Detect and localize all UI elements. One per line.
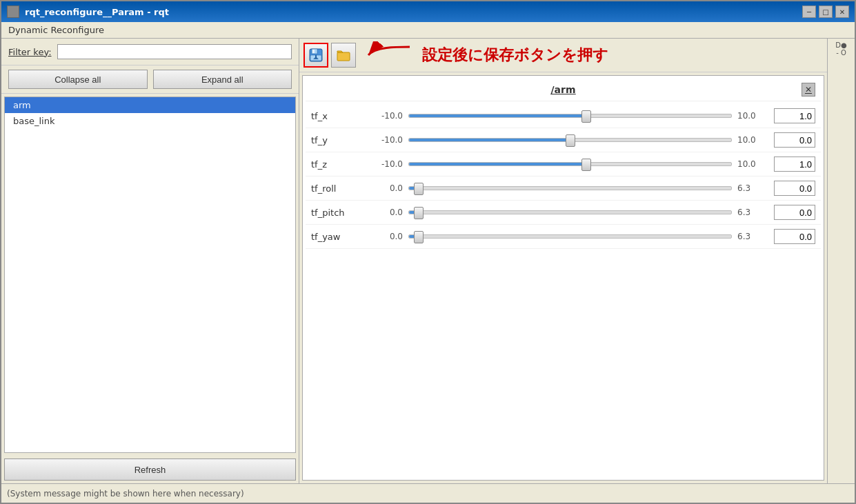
param-slider-tf_yaw[interactable] xyxy=(408,230,732,243)
param-min-tf_z: -10.0 xyxy=(372,159,403,169)
filter-label: Filter key: xyxy=(8,47,52,57)
menu-dynamic-reconfigure[interactable]: Dynamic Reconfigure xyxy=(4,23,108,37)
param-min-tf_yaw: 0.0 xyxy=(372,232,403,241)
param-min-tf_roll: 0.0 xyxy=(372,183,403,193)
save-icon xyxy=(308,48,324,63)
collapse-all-button[interactable]: Collapse all xyxy=(8,70,148,89)
param-label-tf_roll: tf_roll xyxy=(311,183,366,194)
param-value-tf_y[interactable] xyxy=(774,132,815,148)
slider-fill-tf_z xyxy=(409,163,586,165)
slider-thumb-tf_roll[interactable] xyxy=(414,183,424,195)
left-panel: Filter key: Collapse all Expand all arm … xyxy=(1,39,299,483)
refresh-button[interactable]: Refresh xyxy=(4,458,296,481)
slider-track-tf_roll xyxy=(408,186,732,190)
param-panel-title: /arm ✕ xyxy=(306,79,821,101)
slider-thumb-tf_x[interactable] xyxy=(581,110,591,123)
param-max-tf_roll: 6.3 xyxy=(737,183,768,193)
param-max-tf_z: 10.0 xyxy=(737,159,768,169)
node-item-base-link[interactable]: base_link xyxy=(5,113,295,129)
filter-input[interactable] xyxy=(57,44,292,59)
annotation-arrow-svg xyxy=(361,41,417,69)
collapse-expand-row: Collapse all Expand all xyxy=(1,65,299,94)
main-window: rqt_reconfigure__Param - rqt ─ □ ✕ Dynam… xyxy=(0,0,856,504)
param-label-tf_x: tf_x xyxy=(311,111,366,121)
titlebar-left: rqt_reconfigure__Param - rqt xyxy=(7,6,169,18)
node-item-arm[interactable]: arm xyxy=(5,97,295,113)
dock-label2: - O xyxy=(836,49,846,57)
param-min-tf_y: -10.0 xyxy=(372,135,403,145)
param-close-button[interactable]: ✕ xyxy=(802,83,815,97)
param-row-tf_yaw: tf_yaw 0.0 6.3 xyxy=(306,225,821,249)
slider-thumb-tf_pitch[interactable] xyxy=(414,207,424,219)
minimize-button[interactable]: ─ xyxy=(802,6,816,18)
param-label-tf_z: tf_z xyxy=(311,159,366,170)
filter-row: Filter key: xyxy=(1,39,299,65)
param-slider-tf_x[interactable] xyxy=(408,109,732,123)
param-row-tf_pitch: tf_pitch 0.0 6.3 xyxy=(306,201,821,225)
status-message: (System message might be shown here when… xyxy=(7,489,244,498)
right-dock: D● - O xyxy=(827,39,855,483)
param-title-text: /arm xyxy=(550,84,575,95)
folder-icon xyxy=(336,48,351,63)
slider-fill-tf_y xyxy=(409,139,570,141)
save-button[interactable] xyxy=(303,43,328,68)
right-panel: 設定後に保存ボタンを押す /arm ✕ tf_x -10.0 xyxy=(299,39,827,483)
slider-track-tf_pitch xyxy=(408,210,732,214)
titlebar: rqt_reconfigure__Param - rqt ─ □ ✕ xyxy=(1,1,855,22)
slider-track-tf_x xyxy=(408,114,732,118)
param-max-tf_y: 10.0 xyxy=(737,135,768,145)
param-max-tf_x: 10.0 xyxy=(737,111,768,121)
slider-track-tf_z xyxy=(408,162,732,166)
slider-thumb-tf_y[interactable] xyxy=(566,134,575,147)
param-row-tf_y: tf_y -10.0 10.0 xyxy=(306,128,821,152)
param-slider-tf_pitch[interactable] xyxy=(408,205,732,219)
slider-thumb-tf_yaw[interactable] xyxy=(414,231,424,243)
param-value-tf_pitch[interactable] xyxy=(774,205,815,220)
svg-rect-2 xyxy=(312,50,315,53)
annotation: 設定後に保存ボタンを押す xyxy=(361,41,608,69)
load-button[interactable] xyxy=(331,43,356,68)
param-min-tf_x: -10.0 xyxy=(372,111,403,121)
menubar: Dynamic Reconfigure xyxy=(1,22,855,39)
slider-track-tf_yaw xyxy=(408,234,732,239)
node-list: arm base_link xyxy=(4,97,296,453)
svg-rect-5 xyxy=(315,55,317,58)
param-slider-tf_roll[interactable] xyxy=(408,181,732,195)
dock-label1: D● xyxy=(835,41,846,49)
window-title: rqt_reconfigure__Param - rqt xyxy=(25,7,169,17)
param-slider-tf_z[interactable] xyxy=(408,157,732,171)
param-row-tf_x: tf_x -10.0 10.0 xyxy=(306,104,821,128)
status-bar: (System message might be shown here when… xyxy=(1,483,855,503)
expand-all-button[interactable]: Expand all xyxy=(153,70,292,89)
param-value-tf_roll[interactable] xyxy=(774,181,815,196)
param-rows: tf_x -10.0 10.0 tf_y -10.0 10.0 tf_z -10… xyxy=(306,104,821,249)
svg-rect-6 xyxy=(337,52,350,61)
param-max-tf_pitch: 6.3 xyxy=(737,208,768,217)
param-row-tf_roll: tf_roll 0.0 6.3 xyxy=(306,177,821,201)
restore-button[interactable]: □ xyxy=(819,6,833,18)
toolbar: 設定後に保存ボタンを押す xyxy=(299,39,827,72)
param-label-tf_y: tf_y xyxy=(311,135,366,145)
param-min-tf_pitch: 0.0 xyxy=(372,208,403,217)
param-panel: /arm ✕ tf_x -10.0 10.0 tf_y -10.0 xyxy=(302,75,824,481)
param-value-tf_yaw[interactable] xyxy=(774,229,815,244)
app-icon xyxy=(7,6,19,18)
param-slider-tf_y[interactable] xyxy=(408,133,732,147)
slider-track-tf_y xyxy=(408,138,732,142)
main-content: Filter key: Collapse all Expand all arm … xyxy=(1,39,855,483)
slider-fill-tf_x xyxy=(409,114,586,117)
param-label-tf_yaw: tf_yaw xyxy=(311,232,366,242)
annotation-text: 設定後に保存ボタンを押す xyxy=(422,45,608,65)
param-row-tf_z: tf_z -10.0 10.0 xyxy=(306,152,821,177)
titlebar-buttons: ─ □ ✕ xyxy=(802,6,849,18)
param-value-tf_x[interactable] xyxy=(774,108,815,123)
close-button[interactable]: ✕ xyxy=(835,6,849,18)
param-value-tf_z[interactable] xyxy=(774,157,815,172)
param-max-tf_yaw: 6.3 xyxy=(737,232,768,241)
slider-thumb-tf_z[interactable] xyxy=(581,159,591,171)
param-label-tf_pitch: tf_pitch xyxy=(311,208,366,218)
